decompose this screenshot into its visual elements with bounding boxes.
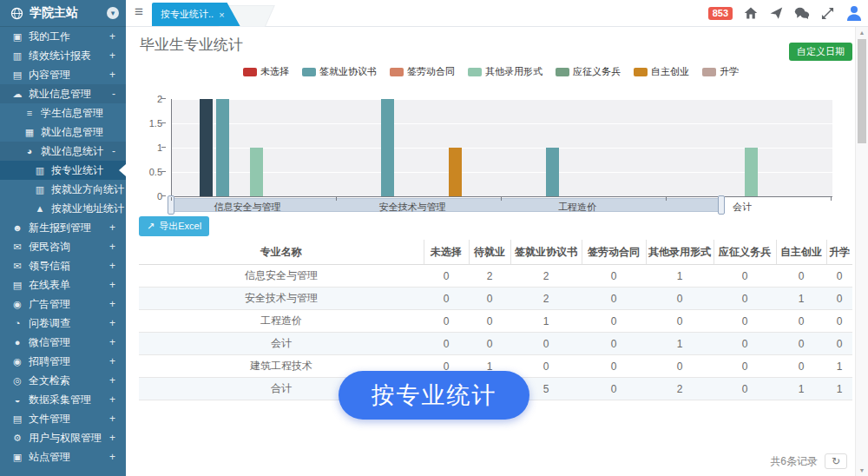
y-axis-tick-label: 1.5 <box>149 118 162 129</box>
tab-close-icon[interactable]: × <box>219 10 224 20</box>
table-cell: 1 <box>776 378 826 400</box>
sidebar-item[interactable]: ▤内容管理+ <box>0 65 126 84</box>
plus-icon: + <box>109 317 115 329</box>
sidebar-item[interactable]: ◒数据采集管理+ <box>0 390 126 409</box>
sidebar-item[interactable]: ◔问卷调查+ <box>0 314 126 333</box>
record-count: 共6条记录 <box>770 454 818 469</box>
sidebar-item[interactable]: ◎全文检索+ <box>0 371 126 390</box>
sidebar-item-label: 就业信息管理 <box>29 87 112 102</box>
table-cell: 1 <box>646 265 713 288</box>
sidebar-item[interactable]: ▤文件管理+ <box>0 409 126 428</box>
desktop-icon: ▣ <box>10 31 24 43</box>
topbar: ≡ 按专业统计.. × 853 <box>126 0 868 27</box>
plus-icon: + <box>109 355 115 367</box>
chart-bar[interactable] <box>216 99 229 196</box>
site-icon: ▣ <box>10 452 24 463</box>
sidebar-item[interactable]: ●微信管理+ <box>0 333 126 352</box>
x-axis-category-label: 工程造价 <box>501 201 654 214</box>
chart-bar[interactable] <box>250 148 263 196</box>
table-cell: 0 <box>469 310 510 333</box>
minus-icon: - <box>112 88 115 100</box>
table-cell: 1 <box>510 310 582 333</box>
sidebar-item[interactable]: ≡学生信息管理 <box>0 103 126 122</box>
home-icon[interactable] <box>744 6 758 20</box>
sidebar-item[interactable]: ◕就业信息统计- <box>0 142 126 161</box>
sidebar-item[interactable]: ▥按就业方向统计 <box>0 180 126 199</box>
scrollbar-thumb[interactable] <box>858 39 866 143</box>
sidebar-item[interactable]: ▣站点管理+ <box>0 447 126 466</box>
gridline <box>172 123 832 124</box>
table-cell: 0 <box>582 355 646 378</box>
sidebar-item[interactable]: ☻新生报到管理+ <box>0 218 126 237</box>
sidebar-item[interactable]: ✉领导信箱+ <box>0 256 126 275</box>
files-icon: ▤ <box>10 69 24 81</box>
y-axis-tick <box>161 195 166 196</box>
sidebar-toggle-icon[interactable]: ≡ <box>135 3 143 21</box>
notification-badge[interactable]: 853 <box>708 7 733 20</box>
sidebar: 学院主站 ▾ ▣我的工作+▥绩效统计报表+▤内容管理+☁就业信息管理-≡学生信息… <box>0 0 126 476</box>
sidebar-item[interactable]: ▤在线表单+ <box>0 275 126 294</box>
users-icon: ☻ <box>10 222 24 233</box>
sidebar-item-label: 内容管理 <box>29 68 109 83</box>
sidebar-item[interactable]: ✉便民咨询+ <box>0 237 126 256</box>
plus-icon: + <box>109 432 115 444</box>
export-excel-button[interactable]: ↗ 导出Excel <box>139 216 209 236</box>
tab-active[interactable]: 按专业统计.. × <box>152 3 240 26</box>
sidebar-item[interactable]: ▣我的工作+ <box>0 27 126 46</box>
x-axis-category-label: 信息安全与管理 <box>171 201 324 214</box>
ad-icon: ◉ <box>10 299 24 310</box>
list-icon: ≡ <box>23 108 36 118</box>
custom-date-button[interactable]: 自定义日期 <box>789 43 852 61</box>
table-cell: 0 <box>469 288 510 310</box>
sidebar-item[interactable]: ▲按就业地址统计 <box>0 199 126 218</box>
sidebar-item-label: 就业信息统计 <box>41 144 112 159</box>
table-cell: 0 <box>713 310 776 333</box>
table-cell: 1 <box>646 333 713 355</box>
sidebar-item[interactable]: ▥按专业统计 <box>0 161 126 180</box>
sidebar-item[interactable]: ▦就业信息管理 <box>0 122 126 142</box>
sidebar-logo-row[interactable]: 学院主站 ▾ <box>0 0 126 27</box>
x-axis-tick <box>831 197 832 201</box>
scroll-down-icon[interactable]: ▼ <box>856 467 868 473</box>
table-cell: 2 <box>510 265 582 288</box>
sidebar-item-label: 广告管理 <box>29 297 109 312</box>
sidebar-item-label: 招聘管理 <box>29 354 109 369</box>
table-header-cell: 升学 <box>826 240 852 265</box>
chart-bar[interactable] <box>745 148 758 196</box>
sidebar-item[interactable]: ☁就业信息管理- <box>0 84 126 103</box>
sidebar-item[interactable]: ◉广告管理+ <box>0 294 126 314</box>
y-axis-tick <box>161 98 166 99</box>
user-gear-icon: ⚙ <box>10 433 24 444</box>
paper-plane-icon[interactable] <box>769 6 783 20</box>
vertical-scrollbar[interactable]: ▲ ▼ <box>855 27 868 476</box>
site-title: 学院主站 <box>30 5 101 21</box>
gridline <box>172 99 832 100</box>
expand-arrows-icon[interactable] <box>821 7 834 20</box>
refresh-button[interactable]: ↻ <box>825 453 847 469</box>
chart-bar[interactable] <box>546 148 559 196</box>
active-item-arrow <box>119 164 126 176</box>
chart-bar[interactable] <box>200 99 213 196</box>
scroll-up-icon[interactable]: ▲ <box>856 30 868 36</box>
chart-bar[interactable] <box>449 148 462 196</box>
user-avatar[interactable] <box>845 4 863 22</box>
sidebar-item[interactable]: ◉招聘管理+ <box>0 352 126 371</box>
pie-chart-icon: ◕ <box>23 146 36 156</box>
x-axis-tick <box>666 197 667 201</box>
table-cell: 会计 <box>139 333 424 355</box>
table-cell: 1 <box>776 288 826 310</box>
plus-icon: + <box>109 393 115 406</box>
chevron-down-icon[interactable]: ▾ <box>107 7 119 19</box>
overlay-action-button[interactable]: 按专业统计 <box>339 371 529 420</box>
plus-icon: + <box>109 69 115 81</box>
eye-icon: ◉ <box>10 356 24 367</box>
sidebar-item-label: 文件管理 <box>29 412 109 426</box>
table-header-cell: 专业名称 <box>139 240 424 265</box>
y-axis-tick-label: 2 <box>157 94 162 104</box>
x-axis-category-label: 安全技术与管理 <box>336 201 489 214</box>
comments-icon[interactable] <box>794 6 810 20</box>
sidebar-item[interactable]: ▥绩效统计报表+ <box>0 46 126 65</box>
table-cell: 0 <box>582 378 646 400</box>
chart-bar[interactable] <box>381 99 394 196</box>
sidebar-item[interactable]: ⚙用户与权限管理+ <box>0 428 126 447</box>
